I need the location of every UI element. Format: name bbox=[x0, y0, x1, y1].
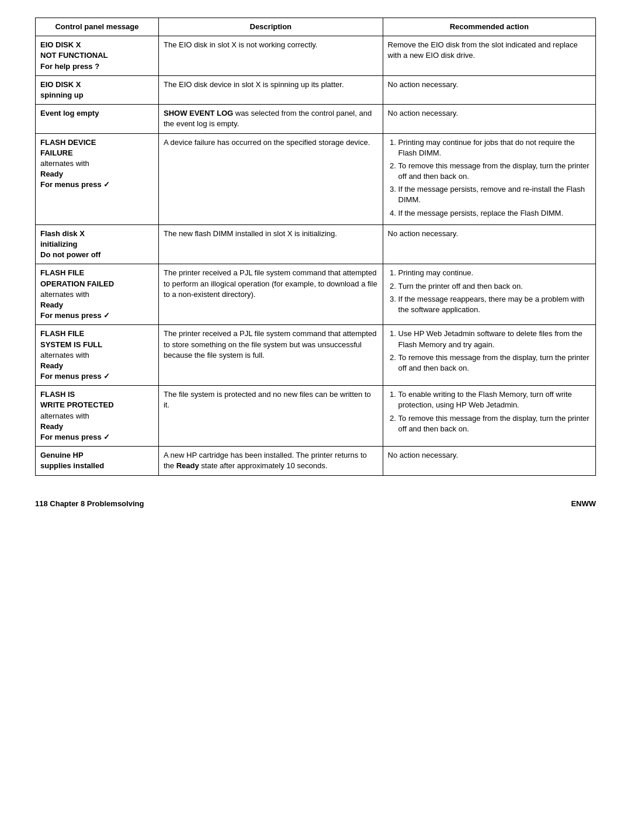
col1-line-0: FLASH FILE bbox=[40, 329, 84, 338]
footer-right-text: ENWW bbox=[571, 499, 596, 508]
col1-line-0: Flash disk X bbox=[40, 229, 85, 238]
header-recommended-action: Recommended action bbox=[383, 18, 595, 36]
col2-flash-file-system-full: The printer received a PJL file system c… bbox=[158, 325, 383, 386]
page-wrapper: Control panel message Description Recomm… bbox=[35, 18, 596, 508]
col1-line-0: FLASH IS bbox=[40, 390, 75, 399]
table-row-flash-file-system-full: FLASH FILESYSTEM IS FULLalternates withR… bbox=[36, 325, 596, 386]
col3-flash-device-failure: Printing may continue for jobs that do n… bbox=[383, 133, 595, 224]
col1-line-0: Genuine HP bbox=[40, 451, 84, 459]
col1-line-2: alternates with bbox=[40, 351, 89, 359]
col3-flash-disk-initializing: No action necessary. bbox=[383, 224, 595, 264]
header-control-panel: Control panel message bbox=[36, 18, 159, 36]
table-row-flash-device-failure: FLASH DEVICEFAILUREalternates withReadyF… bbox=[36, 133, 596, 224]
list-item: To remove this message from the display,… bbox=[398, 413, 591, 434]
col1-line-4: For menus press ✓ bbox=[40, 311, 110, 320]
table-row-flash-write-protected: FLASH ISWRITE PROTECTEDalternates withRe… bbox=[36, 386, 596, 447]
list-item: Printing may continue. bbox=[398, 268, 591, 278]
col1-line-1: OPERATION FAILED bbox=[40, 279, 114, 288]
col1-line-1: SYSTEM IS FULL bbox=[40, 340, 102, 349]
col1-line-3: Ready bbox=[40, 361, 63, 370]
col1-line-4: For menus press ✓ bbox=[40, 433, 110, 441]
col3-flash-file-operation-failed: Printing may continue.Turn the printer o… bbox=[383, 264, 595, 325]
col1-eio-disk-not-functional: EIO DISK XNOT FUNCTIONALFor help press ? bbox=[36, 36, 159, 76]
col1-line-0: FLASH DEVICE bbox=[40, 138, 96, 147]
col3-flash-write-protected: To enable writing to the Flash Memory, t… bbox=[383, 386, 595, 447]
col1-line-4: For menus press ✓ bbox=[40, 180, 110, 189]
col2-flash-write-protected: The file system is protected and no new … bbox=[158, 386, 383, 447]
list-item: Printing may continue for jobs that do n… bbox=[398, 137, 591, 158]
list-item: To enable writing to the Flash Memory, t… bbox=[398, 389, 591, 410]
list-item: If the message persists, replace the Fla… bbox=[398, 208, 591, 219]
main-table: Control panel message Description Recomm… bbox=[35, 18, 596, 476]
col1-flash-disk-initializing: Flash disk XinitializingDo not power off bbox=[36, 224, 159, 264]
col1-line-0: EIO DISK X bbox=[40, 80, 81, 89]
col1-line-1: FAILURE bbox=[40, 148, 73, 157]
col3-genuine-hp-supplies: No action necessary. bbox=[383, 447, 595, 475]
col1-event-log-empty: Event log empty bbox=[36, 105, 159, 133]
col1-line-2: alternates with bbox=[40, 412, 89, 420]
page-footer: 118 Chapter 8 Problemsolving ENWW bbox=[35, 499, 596, 508]
table-row-eio-disk-spinning: EIO DISK Xspinning upThe EIO disk device… bbox=[36, 75, 596, 104]
col3-eio-disk-spinning: No action necessary. bbox=[383, 75, 595, 104]
list-item: To remove this message from the display,… bbox=[398, 352, 591, 374]
col1-line-2: alternates with bbox=[40, 290, 89, 299]
col1-line-2: For help press ? bbox=[40, 62, 99, 71]
col2-event-log-empty: SHOW EVENT LOG was selected from the con… bbox=[158, 105, 383, 133]
col1-line-4: For menus press ✓ bbox=[40, 372, 110, 381]
col1-line-1: spinning up bbox=[40, 91, 84, 99]
table-row-genuine-hp-supplies: Genuine HPsupplies installedA new HP car… bbox=[36, 447, 596, 475]
table-row-flash-disk-initializing: Flash disk XinitializingDo not power off… bbox=[36, 224, 596, 264]
col1-flash-file-system-full: FLASH FILESYSTEM IS FULLalternates withR… bbox=[36, 325, 159, 386]
table-row-flash-file-operation-failed: FLASH FILEOPERATION FAILEDalternates wit… bbox=[36, 264, 596, 325]
col1-line-0: FLASH FILE bbox=[40, 268, 84, 277]
header-description: Description bbox=[158, 18, 383, 36]
col3-eio-disk-not-functional: Remove the EIO disk from the slot indica… bbox=[383, 36, 595, 76]
col3-flash-file-system-full: Use HP Web Jetadmin software to delete f… bbox=[383, 325, 595, 386]
table-row-event-log-empty: Event log emptySHOW EVENT LOG was select… bbox=[36, 105, 596, 133]
list-item: Use HP Web Jetadmin software to delete f… bbox=[398, 329, 591, 350]
col1-line-1: NOT FUNCTIONAL bbox=[40, 51, 108, 60]
col1-line-1: initializing bbox=[40, 240, 78, 248]
list-item: To remove this message from the display,… bbox=[398, 161, 591, 182]
col1-line-2: Do not power off bbox=[40, 250, 100, 259]
col1-line-2: alternates with bbox=[40, 159, 89, 168]
col1-flash-file-operation-failed: FLASH FILEOPERATION FAILEDalternates wit… bbox=[36, 264, 159, 325]
list-item: If the message persists, remove and re-i… bbox=[398, 184, 591, 205]
col1-flash-write-protected: FLASH ISWRITE PROTECTEDalternates withRe… bbox=[36, 386, 159, 447]
col2-flash-device-failure: A device failure has occurred on the spe… bbox=[158, 133, 383, 224]
col2-eio-disk-not-functional: The EIO disk in slot X is not working co… bbox=[158, 36, 383, 76]
col2-flash-file-operation-failed: The printer received a PJL file system c… bbox=[158, 264, 383, 325]
col1-line-3: Ready bbox=[40, 170, 63, 178]
list-item: If the message reappears, there may be a… bbox=[398, 294, 591, 315]
list-item: Turn the printer off and then back on. bbox=[398, 281, 591, 292]
col1-flash-device-failure: FLASH DEVICEFAILUREalternates withReadyF… bbox=[36, 133, 159, 224]
col2-eio-disk-spinning: The EIO disk device in slot X is spinnin… bbox=[158, 75, 383, 104]
col3-event-log-empty: No action necessary. bbox=[383, 105, 595, 133]
col1-line-3: Ready bbox=[40, 422, 63, 431]
col1-line-0: EIO DISK X bbox=[40, 40, 81, 49]
footer-left-text: 118 Chapter 8 Problemsolving bbox=[35, 499, 144, 508]
col1-eio-disk-spinning: EIO DISK Xspinning up bbox=[36, 75, 159, 104]
table-row-eio-disk-not-functional: EIO DISK XNOT FUNCTIONALFor help press ?… bbox=[36, 36, 596, 76]
col1-line-0: Event log empty bbox=[40, 109, 99, 117]
col2-genuine-hp-supplies: A new HP cartridge has been installed. T… bbox=[158, 447, 383, 475]
col1-line-1: supplies installed bbox=[40, 461, 104, 470]
col2-flash-disk-initializing: The new flash DIMM installed in slot X i… bbox=[158, 224, 383, 264]
col1-genuine-hp-supplies: Genuine HPsupplies installed bbox=[36, 447, 159, 475]
col1-line-1: WRITE PROTECTED bbox=[40, 400, 114, 409]
col1-line-3: Ready bbox=[40, 300, 63, 309]
